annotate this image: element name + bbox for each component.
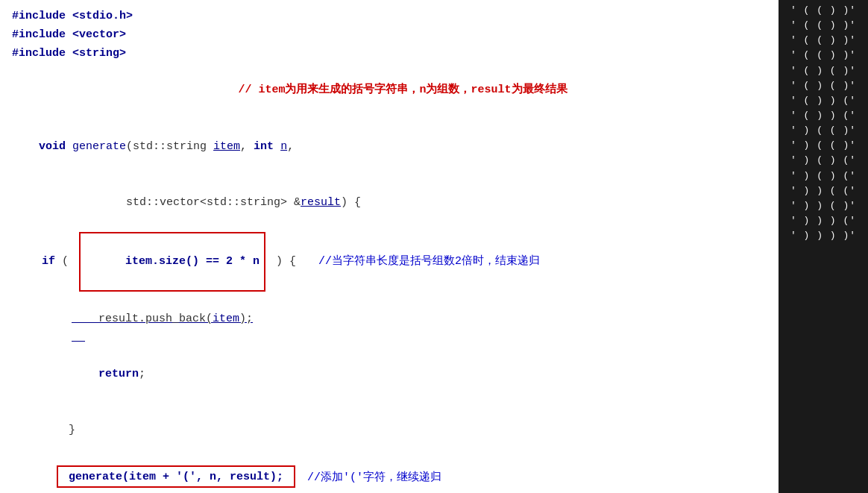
close-brace-1: } bbox=[12, 403, 767, 458]
right-line-2: ' ( ( ) )' bbox=[790, 18, 856, 33]
right-line-7: ' ( ) ) (' bbox=[790, 93, 856, 108]
right-line-9: ' ) ( ( )' bbox=[790, 123, 856, 138]
right-line-3: ' ( ( ) )' bbox=[790, 33, 856, 48]
func-sig-1: void generate(std::string item, int n, bbox=[12, 120, 767, 175]
include-line-2: #include <vector> bbox=[12, 26, 767, 45]
right-line-13: ' ) ) ( (' bbox=[790, 183, 856, 198]
right-line-12: ' ) ( ) (' bbox=[790, 169, 856, 183]
right-line-14: ' ) ) ( )' bbox=[790, 198, 856, 213]
func-sig-2: std::vector<std::string> &result) { bbox=[12, 175, 767, 230]
right-line-15: ' ) ) ) (' bbox=[790, 213, 856, 228]
right-line-10: ' ) ( ( )' bbox=[790, 138, 856, 153]
right-line-16: ' ) ) ) )' bbox=[790, 228, 856, 243]
include-line-3: #include <string> bbox=[12, 45, 767, 63]
code-panel: #include <stdio.h> #include <vector> #in… bbox=[0, 0, 779, 493]
pushback-line: result.push_back(item); bbox=[12, 292, 767, 347]
right-line-4: ' ( ( ) )' bbox=[790, 48, 856, 63]
generate1-row: generate(item + '(', n, result); //添加'('… bbox=[12, 462, 767, 491]
right-line-11: ' ) ( ) (' bbox=[790, 153, 856, 168]
right-line-8: ' ( ) ) (' bbox=[790, 108, 856, 123]
red-comment: // item为用来生成的括号字符串，n为组数，result为最终结果 bbox=[12, 63, 767, 118]
if-line: if ( item.size() == 2 * n ) { //当字符串长度是括… bbox=[12, 232, 767, 292]
right-line-6: ' ( ) ( )' bbox=[790, 78, 856, 93]
generate1-box: generate(item + '(', n, result); bbox=[57, 465, 295, 488]
right-line-5: ' ( ) ( )' bbox=[790, 63, 856, 78]
right-line-1: ' ( ( ) )' bbox=[790, 3, 856, 18]
include-line-1: #include <stdio.h> bbox=[12, 7, 767, 26]
right-panel: ' ( ( ) )' ' ( ( ) )' ' ( ( ) )' ' ( ( )… bbox=[779, 0, 868, 493]
return-line: return; bbox=[12, 348, 767, 403]
condition-box: item.size() == 2 * n bbox=[79, 232, 265, 292]
